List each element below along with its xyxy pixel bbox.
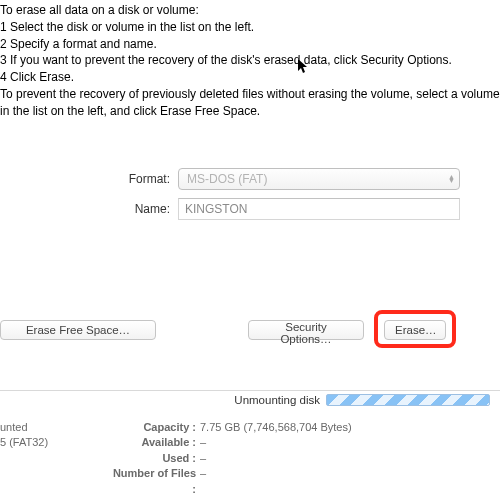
available-value: – bbox=[200, 435, 206, 450]
action-buttons: Erase Free Space… Security Options… Eras… bbox=[0, 320, 500, 350]
format-select[interactable]: MS-DOS (FAT) ▲▼ bbox=[178, 168, 460, 190]
info-line: unted bbox=[0, 420, 48, 435]
format-selected-value: MS-DOS (FAT) bbox=[187, 172, 267, 186]
available-label: Available : bbox=[110, 435, 200, 450]
format-label: Format: bbox=[0, 172, 178, 186]
status-row: Unmounting disk bbox=[0, 394, 500, 406]
instructions-step: 2 Specify a format and name. bbox=[0, 36, 500, 53]
security-options-button[interactable]: Security Options… bbox=[248, 320, 364, 340]
erase-free-space-button[interactable]: Erase Free Space… bbox=[0, 320, 156, 340]
erase-form: Format: MS-DOS (FAT) ▲▼ Name: bbox=[0, 168, 500, 220]
instructions-block: To erase all data on a disk or volume: 1… bbox=[0, 0, 500, 120]
instructions-step: 1 Select the disk or volume in the list … bbox=[0, 19, 500, 36]
disk-info-right: Capacity : 7.75 GB (7,746,568,704 Bytes)… bbox=[110, 420, 352, 497]
capacity-label: Capacity : bbox=[110, 420, 200, 435]
chevron-updown-icon: ▲▼ bbox=[448, 175, 455, 183]
divider bbox=[0, 390, 500, 391]
instructions-step: 4 Click Erase. bbox=[0, 69, 500, 86]
capacity-value: 7.75 GB (7,746,568,704 Bytes) bbox=[200, 420, 352, 435]
disk-info-left: unted 5 (FAT32) bbox=[0, 420, 48, 451]
name-input[interactable] bbox=[178, 198, 460, 220]
used-value: – bbox=[200, 451, 206, 466]
status-label: Unmounting disk bbox=[234, 394, 320, 406]
instructions-step: 3 If you want to prevent the recovery of… bbox=[0, 52, 500, 69]
files-label: Number of Files : bbox=[110, 466, 200, 497]
progress-bar bbox=[326, 394, 490, 406]
name-label: Name: bbox=[0, 202, 178, 216]
instructions-intro: To erase all data on a disk or volume: bbox=[0, 2, 500, 19]
erase-button[interactable]: Erase… bbox=[384, 320, 446, 340]
info-line: 5 (FAT32) bbox=[0, 435, 48, 450]
instructions-note: To prevent the recovery of previously de… bbox=[0, 86, 500, 120]
used-label: Used : bbox=[110, 451, 200, 466]
files-value: – bbox=[200, 466, 206, 497]
